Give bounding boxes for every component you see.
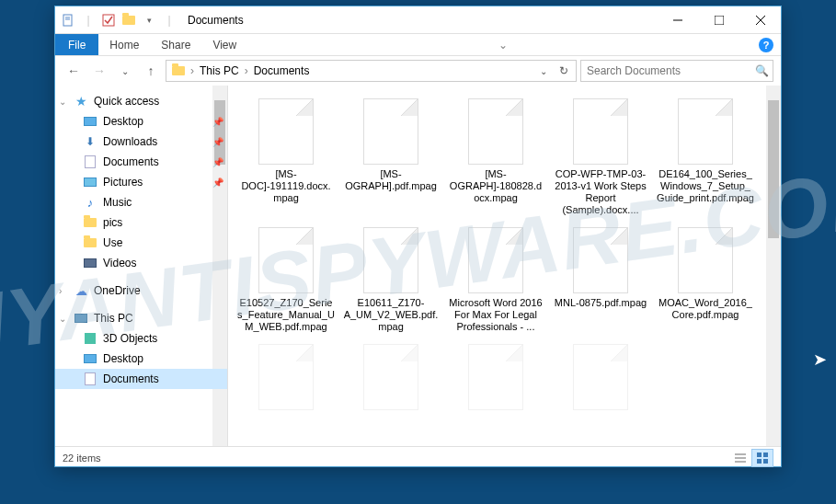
sidebar-item-label: Desktop: [103, 352, 143, 365]
sidebar-item-label: This PC: [94, 312, 133, 325]
explorer-window: | ▾ | Documents File Home Share View ⌄: [54, 6, 782, 467]
sidebar-quick-access[interactable]: ⌄ ★ Quick access: [55, 91, 227, 111]
blank-file-icon: [363, 98, 418, 165]
sidebar-item-pics[interactable]: pics: [55, 212, 227, 233]
breadcrumb-current[interactable]: Documents: [250, 64, 314, 77]
file-item[interactable]: Microsoft Word 2016 For Max For Legal Pr…: [445, 223, 546, 337]
sidebar-item-use[interactable]: Use: [55, 233, 227, 253]
sidebar-item-label: Desktop: [103, 115, 143, 128]
file-item[interactable]: MNL-0875.pdf.mpag: [550, 223, 651, 337]
blank-file-icon: [678, 98, 733, 165]
file-item[interactable]: [445, 340, 546, 418]
sidebar-item-label: Documents: [103, 155, 159, 168]
blank-file-icon: [468, 98, 523, 165]
back-button[interactable]: ←: [63, 60, 85, 82]
file-name: Microsoft Word 2016 For Max For Legal Pr…: [447, 297, 544, 333]
search-box[interactable]: 🔍: [580, 60, 773, 82]
view-tab[interactable]: View: [201, 34, 247, 55]
file-tab[interactable]: File: [55, 34, 98, 55]
ribbon-tabs: File Home Share View ⌄ ?: [55, 34, 781, 56]
view-toggles: [729, 449, 773, 467]
search-icon[interactable]: 🔍: [750, 64, 773, 77]
home-tab[interactable]: Home: [98, 34, 150, 55]
sidebar-item-music[interactable]: ♪ Music: [55, 192, 227, 212]
music-icon: ♪: [83, 195, 97, 210]
qat-dropdown-icon[interactable]: ▾: [140, 11, 158, 29]
chevron-right-icon[interactable]: ›: [189, 64, 196, 77]
file-item[interactable]: COP-WFP-TMP-03-2013-v1 Work Steps Report…: [550, 95, 651, 220]
file-item[interactable]: E10611_Z170-A_UM_V2_WEB.pdf.mpag: [340, 223, 441, 337]
pin-icon: 📌: [212, 117, 223, 127]
sidebar-item-documents[interactable]: Documents 📌: [55, 152, 227, 172]
qat-divider: |: [79, 11, 97, 29]
sidebar-item-desktop[interactable]: Desktop 📌: [55, 111, 227, 132]
svg-rect-13: [757, 459, 762, 464]
properties-icon[interactable]: [59, 11, 77, 29]
chevron-right-icon[interactable]: ›: [59, 286, 62, 296]
breadcrumb-root[interactable]: This PC: [196, 64, 243, 77]
chevron-right-icon[interactable]: ›: [243, 64, 250, 77]
file-item[interactable]: [MS-OGRAPH].pdf.mpag: [340, 95, 441, 220]
svg-rect-0: [63, 15, 72, 26]
navigation-pane[interactable]: ⌄ ★ Quick access Desktop 📌 ⬇ Downloads 📌…: [55, 86, 228, 446]
file-item[interactable]: DE164_100_Series_Windows_7_Setup_Guide_p…: [655, 95, 756, 220]
sidebar-this-pc[interactable]: ⌄ This PC: [55, 308, 227, 328]
chevron-down-icon[interactable]: ⌄: [59, 314, 66, 324]
file-list: [MS-DOC]-191119.docx.mpag [MS-OGRAPH].pd…: [228, 86, 781, 446]
window-controls: [657, 6, 781, 33]
file-item[interactable]: [340, 340, 441, 418]
up-button[interactable]: ↑: [140, 60, 162, 82]
ribbon-expand-icon[interactable]: ⌄: [487, 34, 519, 55]
sidebar-item-pc-documents[interactable]: Documents: [55, 369, 227, 389]
sidebar-item-label: Pictures: [103, 176, 143, 189]
sidebar-item-downloads[interactable]: ⬇ Downloads 📌: [55, 132, 227, 152]
file-item[interactable]: [235, 340, 337, 418]
pictures-icon: [83, 175, 97, 189]
recent-dropdown-icon[interactable]: ⌄: [114, 60, 136, 82]
folder-icon: [170, 63, 187, 79]
star-icon: ★: [74, 94, 88, 109]
sidebar-item-pc-desktop[interactable]: Desktop: [55, 349, 227, 369]
file-name: MNL-0875.pdf.mpag: [555, 297, 647, 309]
close-button[interactable]: [739, 6, 781, 33]
address-dropdown-icon[interactable]: ⌄: [533, 61, 554, 81]
checkbox-icon[interactable]: [99, 11, 118, 29]
minimize-button[interactable]: [657, 6, 698, 33]
window-title: Documents: [188, 14, 244, 27]
search-input[interactable]: [581, 64, 750, 77]
details-view-button[interactable]: [729, 449, 751, 467]
file-item[interactable]: [MS-DOC]-191119.docx.mpag: [235, 95, 337, 220]
file-item[interactable]: [550, 340, 651, 418]
video-icon: [83, 256, 97, 270]
sidebar-item-3dobjects[interactable]: 3D Objects: [55, 328, 227, 349]
sidebar-onedrive[interactable]: › ☁ OneDrive: [55, 281, 227, 301]
sidebar-item-pictures[interactable]: Pictures 📌: [55, 172, 227, 192]
pc-icon: [74, 311, 88, 326]
file-name: DE164_100_Series_Windows_7_Setup_Guide_p…: [657, 168, 754, 204]
refresh-icon[interactable]: ↻: [554, 61, 574, 81]
content-scrollbar[interactable]: [766, 86, 781, 446]
file-pane[interactable]: [MS-DOC]-191119.docx.mpag [MS-OGRAPH].pd…: [228, 86, 781, 446]
file-item[interactable]: [MS-OGRAPH]-180828.docx.mpag: [445, 95, 546, 220]
svg-rect-14: [763, 459, 768, 464]
help-icon[interactable]: ?: [759, 38, 773, 52]
blank-file-icon: [573, 344, 628, 410]
chevron-down-icon[interactable]: ⌄: [59, 97, 66, 107]
blank-file-icon: [573, 227, 628, 293]
pin-icon: 📌: [212, 178, 223, 188]
3d-icon: [83, 331, 97, 346]
desktop-icon: [83, 114, 97, 129]
address-bar[interactable]: › This PC › Documents ⌄ ↻: [166, 60, 577, 82]
blank-file-icon: [363, 344, 418, 410]
folder-qat-icon[interactable]: [120, 11, 138, 29]
forward-button[interactable]: →: [88, 60, 110, 82]
folder-icon: [83, 235, 97, 250]
file-name: E10611_Z170-A_UM_V2_WEB.pdf.mpag: [342, 297, 440, 333]
file-item[interactable]: E10527_Z170_Series_Feature_Manual_UM_WEB…: [235, 223, 337, 337]
share-tab[interactable]: Share: [150, 34, 201, 55]
sidebar-item-label: Documents: [103, 372, 159, 385]
maximize-button[interactable]: [698, 6, 739, 33]
icons-view-button[interactable]: [751, 449, 773, 467]
sidebar-item-videos[interactable]: Videos: [55, 253, 227, 273]
file-item[interactable]: MOAC_Word_2016_Core.pdf.mpag: [655, 223, 756, 337]
